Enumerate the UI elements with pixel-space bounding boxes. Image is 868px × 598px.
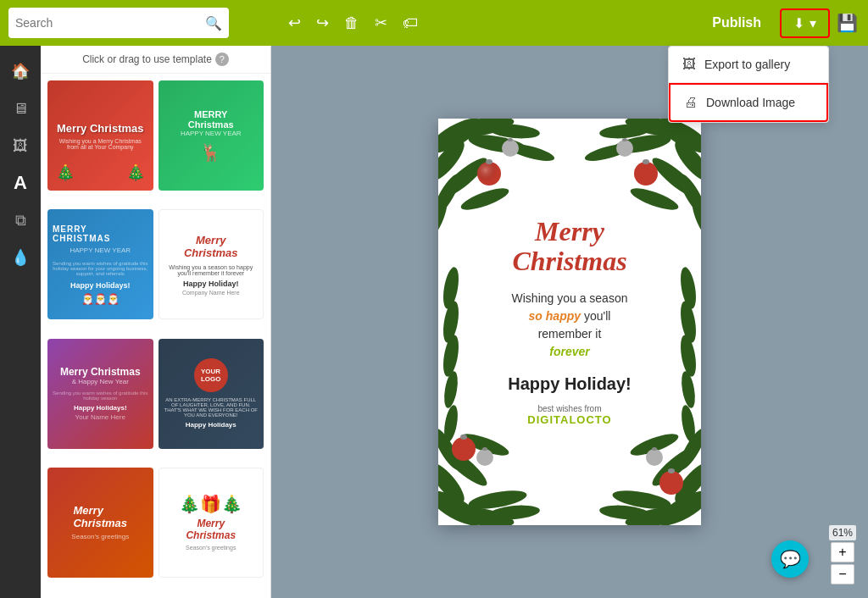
download-icon: ⬇ — [793, 15, 804, 31]
zoom-level-label: 61% — [829, 525, 856, 540]
card-subtitle: Wishing you a season so happy you'll rem… — [491, 291, 648, 362]
tag-button[interactable]: 🏷 — [403, 14, 418, 32]
svg-point-18 — [628, 184, 681, 214]
card-text-content: Merry Christmas Wishing you a season so … — [491, 217, 648, 426]
card-happy-holiday: Happy Holiday! — [491, 375, 648, 395]
sidebar-text-button[interactable]: A — [3, 166, 37, 200]
toolbar: 🔍 ↩ ↪ 🗑 ✂ 🏷 Publish ⬇ ▾ 💾 🖼 Export to ga… — [0, 0, 868, 46]
save-button[interactable]: 💾 — [837, 13, 858, 33]
sidebar-monitor-button[interactable]: 🖥 — [3, 91, 37, 125]
svg-point-58 — [622, 138, 627, 141]
sidebar-shapes-button[interactable]: ⧉ — [3, 203, 37, 237]
search-input[interactable] — [15, 16, 205, 30]
toolbar-left: 🔍 — [0, 8, 271, 38]
redo-button[interactable]: ↪ — [316, 14, 329, 32]
card-best-wishes: best wishes from — [491, 405, 648, 414]
svg-point-49 — [634, 162, 658, 185]
dropdown-menu: 🖼 Export to gallery 🖨 Download Image — [668, 46, 829, 123]
svg-point-54 — [668, 468, 675, 473]
svg-point-52 — [460, 435, 467, 440]
export-to-gallery-item[interactable]: 🖼 Export to gallery — [669, 47, 828, 83]
christmas-card[interactable]: Merry Christmas Wishing you a season so … — [438, 119, 701, 525]
search-box: 🔍 — [8, 8, 229, 38]
template-item-8[interactable]: 🎄🎁🎄 MerryChristmas Season's greetings — [159, 468, 264, 578]
svg-point-56 — [508, 138, 513, 141]
template-hint: Click or drag to use template ? — [41, 46, 270, 74]
svg-point-55 — [502, 140, 519, 157]
svg-point-60 — [482, 447, 487, 451]
zoom-out-button[interactable]: − — [831, 564, 854, 584]
template-grid: Merry Christmas Wishing you a Merry Chri… — [41, 74, 270, 598]
sidebar-image-button[interactable]: 🖼 — [3, 129, 37, 163]
template-item-3[interactable]: MERRY CHRISTMAS HAPPY NEW YEAR Sending y… — [47, 209, 153, 319]
template-item-6[interactable]: YOURLOGO AN EXTRA-MERRY CHRISTMAS FULL O… — [159, 339, 264, 449]
template-item-7[interactable]: MerryChristmas Season's greetings — [47, 468, 153, 578]
search-button[interactable]: 🔍 — [205, 15, 222, 31]
sidebar-home-button[interactable]: 🏠 — [3, 54, 37, 88]
zoom-in-button[interactable]: + — [831, 542, 854, 562]
svg-point-51 — [452, 437, 476, 461]
zoom-controls: 61% + − — [829, 525, 856, 584]
template-item-2[interactable]: MERRY Christmas HAPPY NEW YEAR 🦌 — [159, 80, 264, 191]
svg-point-8 — [459, 184, 511, 214]
template-item-4[interactable]: MerryChristmas Wishing you a season so h… — [159, 209, 264, 319]
toolbar-icons: ↩ ↪ 🗑 ✂ 🏷 — [271, 14, 700, 32]
download-cloud-icon: 🖨 — [684, 95, 698, 110]
svg-point-57 — [616, 140, 633, 157]
download-image-item[interactable]: 🖨 Download Image — [669, 83, 828, 122]
template-item-1[interactable]: Merry Christmas Wishing you a Merry Chri… — [47, 80, 153, 191]
export-label: Export to gallery — [704, 58, 790, 71]
svg-point-53 — [659, 471, 683, 495]
export-icon: 🖼 — [682, 57, 696, 72]
svg-point-43 — [678, 334, 698, 378]
card-brand: DIGITALOCTO — [491, 414, 648, 427]
svg-point-62 — [652, 447, 657, 451]
svg-point-48 — [486, 159, 492, 164]
svg-point-50 — [643, 159, 649, 164]
svg-point-38 — [441, 334, 461, 378]
canvas-area[interactable]: Merry Christmas Wishing you a season so … — [271, 46, 868, 598]
svg-point-44 — [679, 370, 697, 409]
download-label: Download Image — [706, 96, 795, 109]
hint-icon: ? — [215, 53, 229, 66]
sidebar-icons: 🏠 🖥 🖼 A ⧉ 💧 — [0, 46, 41, 598]
template-hint-text: Click or drag to use template — [82, 53, 212, 65]
toolbar-right: Publish ⬇ ▾ 💾 — [700, 8, 868, 38]
main-content: 🏠 🖥 🖼 A ⧉ 💧 Click or drag to use templat… — [0, 46, 868, 598]
undo-button[interactable]: ↩ — [288, 14, 301, 32]
delete-button[interactable]: 🗑 — [344, 14, 359, 32]
card-merry-christmas: Merry Christmas — [491, 217, 648, 276]
svg-point-39 — [442, 370, 459, 409]
svg-point-47 — [477, 162, 501, 185]
crop-button[interactable]: ✂ — [375, 14, 387, 32]
publish-button[interactable]: Publish — [700, 10, 773, 36]
svg-point-61 — [646, 449, 663, 466]
svg-point-59 — [476, 449, 493, 466]
sidebar-color-button[interactable]: 💧 — [3, 241, 37, 274]
chat-button[interactable]: 💬 — [771, 540, 809, 578]
template-item-5[interactable]: Merry Christmas & Happy New Year Sending… — [47, 339, 153, 449]
dropdown-arrow-icon: ▾ — [810, 15, 816, 31]
template-panel: Click or drag to use template ? Merry Ch… — [41, 46, 271, 598]
download-dropdown-button[interactable]: ⬇ ▾ — [780, 8, 830, 38]
